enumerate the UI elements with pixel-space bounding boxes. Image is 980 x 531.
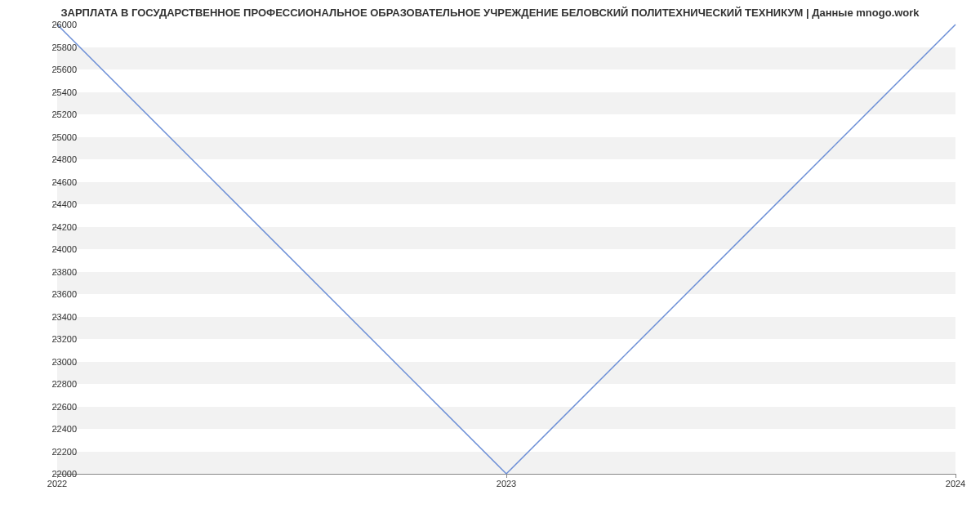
- y-tick-mark: [53, 159, 57, 160]
- y-tick-label: 25200: [28, 109, 77, 119]
- y-tick-label: 24000: [28, 244, 77, 254]
- y-tick-mark: [53, 249, 57, 250]
- series-path: [57, 25, 956, 474]
- y-tick-label: 25000: [28, 132, 77, 142]
- y-tick-label: 22400: [28, 424, 77, 434]
- x-tick-mark: [506, 474, 507, 478]
- y-tick-label: 23600: [28, 289, 77, 299]
- y-tick-mark: [53, 272, 57, 273]
- y-tick-mark: [53, 362, 57, 363]
- y-tick-mark: [53, 182, 57, 183]
- y-tick-mark: [53, 204, 57, 205]
- y-tick-label: 22800: [28, 379, 77, 389]
- y-tick-mark: [53, 452, 57, 453]
- y-tick-mark: [53, 137, 57, 138]
- y-tick-label: 23400: [28, 312, 77, 322]
- y-tick-label: 24400: [28, 199, 77, 209]
- y-tick-mark: [53, 47, 57, 48]
- y-tick-label: 24600: [28, 177, 77, 187]
- y-tick-mark: [53, 92, 57, 93]
- y-tick-mark: [53, 339, 57, 340]
- x-tick-label: 2023: [497, 479, 516, 489]
- chart-container: ЗАРПЛАТА В ГОСУДАРСТВЕННОЕ ПРОФЕССИОНАЛЬ…: [0, 0, 980, 531]
- plot-area: [57, 25, 956, 475]
- x-tick-label: 2024: [946, 479, 965, 489]
- x-tick-mark: [956, 474, 956, 478]
- y-tick-label: 24800: [28, 154, 77, 164]
- x-tick-mark: [57, 474, 58, 478]
- y-tick-mark: [53, 384, 57, 385]
- y-tick-mark: [53, 407, 57, 408]
- y-tick-label: 22200: [28, 447, 77, 457]
- y-tick-mark: [53, 294, 57, 295]
- y-tick-mark: [53, 69, 57, 70]
- y-tick-label: 25400: [28, 87, 77, 97]
- series-line: [57, 25, 956, 474]
- x-tick-label: 2022: [47, 479, 67, 489]
- y-tick-mark: [53, 114, 57, 115]
- y-tick-label: 25600: [28, 65, 77, 74]
- y-tick-label: 23200: [28, 334, 77, 344]
- y-tick-label: 25800: [28, 42, 77, 52]
- y-tick-label: 23000: [28, 357, 77, 367]
- chart-title: ЗАРПЛАТА В ГОСУДАРСТВЕННОЕ ПРОФЕССИОНАЛЬ…: [0, 7, 980, 19]
- y-tick-mark: [53, 25, 57, 25]
- y-tick-label: 23800: [28, 267, 77, 277]
- y-tick-mark: [53, 429, 57, 430]
- y-tick-label: 26000: [28, 20, 77, 29]
- y-tick-label: 22600: [28, 402, 77, 412]
- y-tick-label: 24200: [28, 222, 77, 232]
- y-tick-mark: [53, 227, 57, 228]
- y-tick-mark: [53, 317, 57, 318]
- y-tick-label: 22000: [28, 469, 77, 479]
